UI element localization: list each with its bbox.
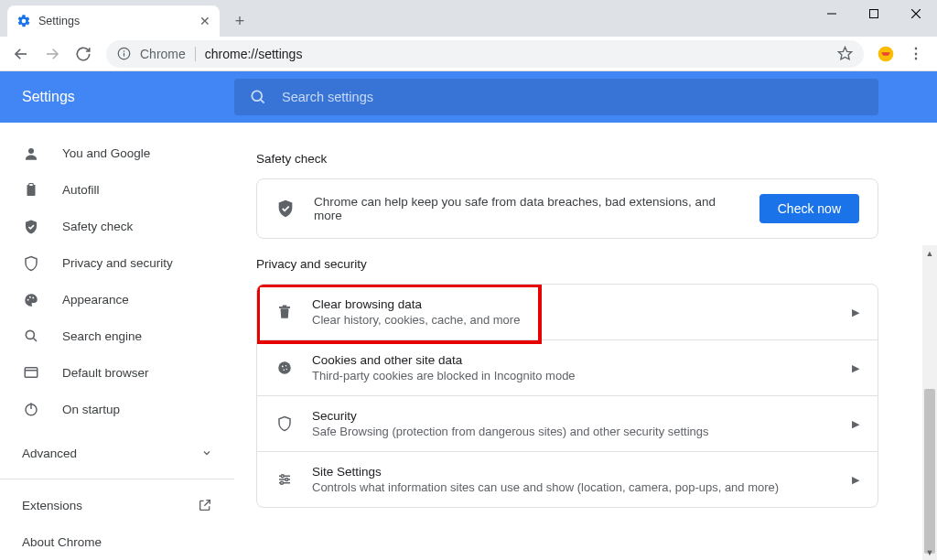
check-now-button[interactable]: Check now: [759, 194, 859, 223]
row-title: Site Settings: [312, 465, 834, 479]
extension-icon[interactable]: [873, 41, 899, 67]
clipboard-icon: [22, 181, 40, 199]
minimize-button[interactable]: [811, 0, 853, 27]
privacy-list: Clear browsing data Clear history, cooki…: [256, 284, 878, 508]
browser-menu-button[interactable]: ⋮: [902, 40, 930, 68]
shield-check-icon: [22, 218, 40, 236]
site-info-icon[interactable]: [117, 47, 131, 60]
sidebar-advanced-toggle[interactable]: Advanced: [0, 435, 234, 471]
svg-rect-27: [283, 306, 287, 307]
url-text[interactable]: chrome://settings: [205, 47, 828, 61]
sidebar-item-privacy-security[interactable]: Privacy and security: [0, 245, 234, 282]
section-title-safety: Safety check: [256, 152, 878, 166]
back-button[interactable]: [7, 40, 35, 68]
sidebar-item-appearance[interactable]: Appearance: [0, 282, 234, 318]
scrollbar-thumb[interactable]: [924, 389, 935, 554]
svg-point-37: [285, 479, 288, 481]
bookmark-star-icon[interactable]: [837, 46, 853, 61]
svg-point-19: [26, 331, 34, 339]
sidebar-extensions-link[interactable]: Extensions: [0, 487, 234, 523]
svg-point-31: [283, 369, 285, 371]
chevron-right-icon: ▶: [852, 307, 859, 318]
svg-rect-15: [29, 183, 34, 186]
browser-icon: [22, 363, 40, 382]
scroll-up-button[interactable]: ▲: [922, 245, 937, 261]
maximize-button[interactable]: [853, 0, 895, 27]
scrollbar-track[interactable]: [922, 261, 937, 544]
svg-line-25: [204, 501, 210, 506]
row-title: Security: [312, 409, 834, 423]
svg-point-28: [278, 361, 291, 374]
svg-rect-21: [25, 368, 38, 378]
sidebar-item-label: On startup: [62, 403, 120, 416]
row-cookies[interactable]: Cookies and other site data Third-party …: [257, 339, 878, 395]
sidebar-item-autofill[interactable]: Autofill: [0, 172, 234, 209]
cookie-icon: [275, 360, 294, 376]
scrollbar-vertical[interactable]: ▲ ▼: [922, 245, 937, 560]
chevron-down-icon: [201, 447, 212, 458]
sidebar-item-you-and-google[interactable]: You and Google: [0, 135, 234, 172]
person-icon: [22, 145, 40, 163]
svg-point-7: [124, 50, 125, 52]
search-settings-box[interactable]: [234, 79, 878, 115]
svg-point-36: [281, 475, 284, 478]
new-tab-button[interactable]: +: [227, 8, 253, 34]
chevron-right-icon: ▶: [852, 418, 859, 430]
svg-line-12: [261, 100, 264, 103]
sidebar-item-label: Safety check: [62, 220, 133, 233]
tab-title: Settings: [38, 15, 199, 27]
svg-point-38: [281, 481, 284, 484]
sidebar-item-on-startup[interactable]: On startup: [0, 391, 234, 427]
svg-rect-26: [279, 307, 290, 308]
svg-point-11: [252, 91, 262, 101]
power-icon: [22, 400, 40, 418]
svg-point-18: [32, 296, 34, 298]
close-window-button[interactable]: [895, 0, 937, 27]
shield-icon: [275, 415, 294, 432]
sidebar-item-label: Search engine: [62, 329, 142, 343]
forward-button[interactable]: [38, 40, 66, 68]
svg-point-16: [27, 298, 29, 300]
row-title: Cookies and other site data: [312, 353, 834, 367]
svg-point-29: [282, 366, 284, 368]
shield-icon: [22, 254, 40, 273]
page-title: Settings: [0, 89, 234, 105]
divider: [195, 47, 196, 61]
browser-tab[interactable]: Settings ✕: [7, 5, 220, 37]
toolbar: Chrome chrome://settings ⋮: [0, 37, 937, 71]
chrome-label: Chrome: [140, 47, 186, 61]
svg-marker-9: [838, 47, 851, 59]
sidebar-item-label: Default browser: [62, 366, 149, 380]
address-bar[interactable]: Chrome chrome://settings: [106, 40, 864, 68]
row-title: Clear browsing data: [312, 297, 834, 311]
row-desc: Controls what information sites can use …: [312, 480, 834, 494]
svg-line-20: [33, 339, 37, 342]
search-icon: [249, 88, 267, 106]
chevron-right-icon: ▶: [852, 474, 859, 486]
sidebar-item-label: Privacy and security: [62, 256, 173, 270]
svg-rect-1: [870, 10, 878, 18]
trash-icon: [275, 304, 294, 320]
search-input[interactable]: [282, 90, 864, 104]
sidebar-item-label: You and Google: [62, 146, 150, 160]
tune-icon: [275, 471, 294, 488]
palette-icon: [22, 291, 40, 309]
row-site-settings[interactable]: Site Settings Controls what information …: [257, 451, 878, 507]
sidebar-item-safety-check[interactable]: Safety check: [0, 209, 234, 245]
sidebar-item-search-engine[interactable]: Search engine: [0, 318, 234, 355]
svg-point-32: [286, 369, 288, 371]
svg-rect-8: [124, 53, 124, 57]
row-clear-browsing-data[interactable]: Clear browsing data Clear history, cooki…: [257, 285, 878, 339]
sidebar-about-link[interactable]: About Chrome: [0, 523, 234, 560]
scroll-down-button[interactable]: ▼: [922, 544, 937, 560]
reload-button[interactable]: [70, 40, 97, 68]
section-title-privacy: Privacy and security: [256, 257, 878, 271]
gear-icon: [16, 14, 31, 28]
row-security[interactable]: Security Safe Browsing (protection from …: [257, 395, 878, 451]
window-controls: [811, 0, 937, 27]
safety-check-text: Chrome can help keep you safe from data …: [314, 195, 741, 222]
sidebar-item-default-browser[interactable]: Default browser: [0, 354, 234, 391]
sidebar: You and Google Autofill Safety check Pri…: [0, 123, 234, 560]
close-icon[interactable]: ✕: [199, 14, 210, 28]
safety-check-card: Chrome can help keep you safe from data …: [256, 178, 878, 239]
